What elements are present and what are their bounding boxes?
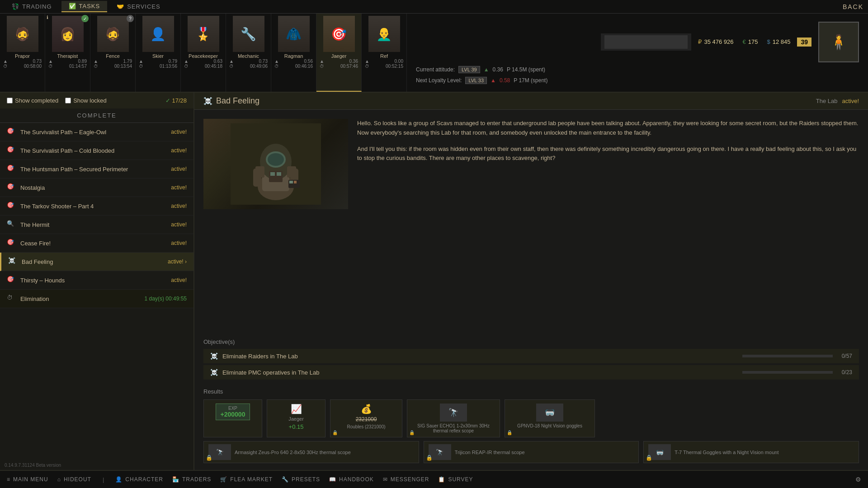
objectives-section: Objective(s) ☠️ Eliminate Raiders in The…: [194, 338, 868, 381]
ragman-stats: ▲0.56 ⏱00:46:16: [274, 59, 314, 69]
task-tarkov-shooter-icon: 🎯: [7, 202, 16, 211]
show-locked-input[interactable]: [65, 98, 71, 103]
hideout-icon: ⌂: [57, 476, 61, 483]
skier-avatar: 👤: [142, 16, 174, 52]
dollars-display: $ 12 845: [767, 38, 790, 45]
task-eagle-owl-status: active!: [171, 129, 187, 135]
show-completed-checkbox[interactable]: Show completed: [7, 97, 58, 104]
next-spent: P 17M (spent): [514, 77, 547, 84]
sidebar-title: COMPLETE: [0, 108, 193, 123]
objective-1-text: Eliminate Raiders in The Lab: [222, 353, 738, 360]
ref-name: Ref: [380, 53, 388, 59]
task-bad-feeling-icon: ☠️: [8, 257, 17, 266]
task-elimination[interactable]: ⏱ Elimination 1 day(s) 00:49:55: [0, 290, 193, 308]
therapist-stats: ▲0.89 ⏱01:14:57: [47, 59, 88, 69]
character-button[interactable]: 👤 CHARACTER: [115, 476, 163, 483]
main-menu-button[interactable]: ≡ MAIN MENU: [7, 476, 48, 483]
services-label: SERVICES: [127, 3, 160, 10]
task-bad-feeling-name: Bad Feeling: [22, 258, 163, 265]
trader-therapist[interactable]: ✓ 👩 Therapist ▲0.89 ⏱01:14:57 ℹ: [45, 14, 90, 92]
svg-point-5: [268, 153, 284, 166]
quest-description: Hello. So looks like a group of Scavs ma…: [357, 119, 859, 329]
prapor-avatar: 🧔: [7, 16, 38, 52]
player-level: 39: [797, 38, 811, 47]
trader-peacekeeper[interactable]: 🎖️ Peacekeeper ▲0.63 ⏱00:45:18: [181, 14, 226, 92]
flea-market-icon: 🛒: [220, 476, 227, 483]
task-nostalgia-icon: 🎯: [7, 183, 16, 192]
task-secured-perimeter-status: active!: [171, 166, 187, 172]
roubles-reward-icon: 💰: [361, 404, 372, 414]
roubles-reward-value: 2321000: [356, 416, 377, 422]
next-loyalty-row: Next Loyalty Level: LVL 33 ▲ 0.58 P 17M …: [416, 77, 859, 84]
presets-button[interactable]: 🔧 PRESETS: [282, 476, 320, 483]
task-nostalgia[interactable]: 🎯 Nostalgia active!: [0, 178, 193, 197]
results-section: Results EXP +200000 📈 Jaeger +0.15: [194, 381, 868, 470]
quest-desc-1: Hello. So looks like a group of Scavs ma…: [357, 119, 859, 138]
sig-label: SIG Sauer ECHO1 1-2x30mm 30Hz thermal re…: [413, 423, 494, 433]
handbook-label: HANDBOOK: [339, 476, 374, 483]
handbook-icon: 📖: [329, 476, 336, 483]
back-button[interactable]: BACK: [843, 3, 863, 10]
task-list: 🎯 The Survivalist Path – Eagle-Owl activ…: [0, 123, 193, 460]
hideout-button[interactable]: ⌂ HIDEOUT: [57, 476, 91, 483]
tasks-tab[interactable]: ✅ TASKS: [61, 1, 108, 12]
quest-title: Bad Feeling: [216, 96, 816, 106]
mechanic-name: Mechanic: [238, 53, 259, 59]
therapist-name: Therapist: [57, 53, 78, 59]
settings-icon[interactable]: ⚙: [855, 476, 861, 483]
sig-lock: 🔒: [409, 430, 415, 435]
services-tab[interactable]: 🤝 SERVICES: [109, 1, 168, 12]
trader-ragman[interactable]: 🧥 Ragman ▲0.56 ⏱00:46:16: [271, 14, 316, 92]
trader-skier[interactable]: 👤 Skier ▲0.79 ⏱01:13:56: [136, 14, 181, 92]
jaeger-avatar: 🎯: [323, 16, 355, 52]
roubles-value: 35 476 926: [704, 38, 733, 45]
sidebar-header: Show completed Show locked ✓ 17/28: [0, 93, 193, 108]
task-cold-blooded-status: active!: [171, 147, 187, 154]
trading-tab[interactable]: 💱 TRADING: [5, 1, 59, 12]
task-bad-feeling[interactable]: ☠️ Bad Feeling active! ›: [0, 253, 193, 271]
trader-jaeger[interactable]: 🎯 Jaeger ▲0.36 ⏱00:57:46: [316, 14, 362, 92]
trading-icon: 💱: [12, 3, 19, 10]
trader-ref[interactable]: 👨‍🦲 Ref ▲0.00 ⏱00:52:15: [362, 14, 407, 92]
main-menu-label: MAIN MENU: [13, 476, 48, 483]
objective-1-count: 0/57: [842, 353, 852, 359]
fence-stats: ▲1.79 ⏱00:13:54: [93, 59, 133, 69]
messenger-label: MESSENGER: [391, 476, 429, 483]
quest-image-inner: [203, 119, 348, 209]
flea-market-label: FLEA MARKET: [230, 476, 273, 483]
traders-button[interactable]: 🏪 TRADERS: [172, 476, 211, 483]
task-cold-blooded[interactable]: 🎯 The Survivalist Path – Cold Blooded ac…: [0, 141, 193, 160]
show-locked-checkbox[interactable]: Show locked: [65, 97, 107, 104]
results-row-1: EXP +200000 📈 Jaeger +0.15 💰 2321000 Rou…: [203, 399, 859, 437]
task-tarkov-shooter-4[interactable]: 🎯 The Tarkov Shooter – Part 4 active!: [0, 197, 193, 216]
trader-mechanic[interactable]: 🔧 Mechanic ▲0.73 ⏱00:49:06: [226, 14, 271, 92]
therapist-avatar: 👩: [52, 16, 84, 52]
flea-market-button[interactable]: 🛒 FLEA MARKET: [220, 476, 273, 483]
task-hermit-icon: 🔍: [7, 220, 16, 229]
task-count: ✓ 17/28: [165, 97, 187, 104]
current-attitude-row: Current attitude: LVL 39 ▲ 0.36 P 14.5M …: [416, 66, 859, 73]
task-eagle-owl[interactable]: 🎯 The Survivalist Path – Eagle-Owl activ…: [0, 123, 193, 141]
survey-button[interactable]: 📋 SURVEY: [438, 476, 473, 483]
objective-2-count: 0/23: [842, 369, 852, 375]
trader-prapor[interactable]: 🧔 Prapor ▲0.73 ⏱00:58:00: [0, 14, 45, 92]
task-secured-perimeter[interactable]: 🎯 The Huntsman Path – Secured Perimeter …: [0, 160, 193, 178]
task-thirsty-hounds[interactable]: 🎯 Thirsty – Hounds active!: [0, 271, 193, 290]
task-hermit[interactable]: 🔍 The Hermit active!: [0, 216, 193, 234]
objective-2-icon: ☠️: [210, 369, 218, 376]
trader-fence[interactable]: ? 🧔 Fence ▲1.79 ⏱00:13:54: [90, 14, 136, 92]
task-hermit-name: The Hermit: [20, 221, 166, 228]
reward-armasight: 🔭 Armasight Zeus-Pro 640 2-8x50 30Hz the…: [203, 441, 419, 463]
fence-avatar: 🧔: [97, 16, 129, 52]
task-cease-fire[interactable]: 🎯 Cease Fire! active!: [0, 234, 193, 253]
handbook-button[interactable]: 📖 HANDBOOK: [329, 476, 374, 483]
task-cease-fire-status: active!: [171, 240, 187, 246]
task-secured-perimeter-icon: 🎯: [7, 164, 16, 174]
reward-sig-sauer: 🔭 SIG Sauer ECHO1 1-2x30mm 30Hz thermal …: [407, 399, 500, 437]
exp-value: +200000: [221, 411, 245, 418]
task-cease-fire-name: Cease Fire!: [20, 240, 166, 247]
show-completed-input[interactable]: [7, 98, 13, 103]
messenger-button[interactable]: ✉ MESSENGER: [383, 476, 429, 483]
next-lvl: LVL 33: [465, 77, 487, 84]
reward-exp: EXP +200000: [203, 399, 262, 437]
